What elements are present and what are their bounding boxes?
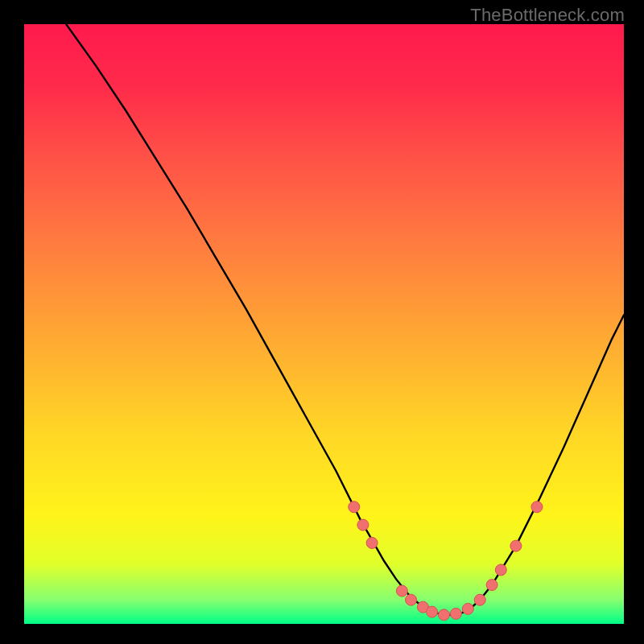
data-marker [427, 606, 438, 617]
data-marker [450, 608, 461, 619]
data-marker [486, 580, 497, 591]
data-marker [396, 585, 407, 597]
data-marker [406, 594, 417, 605]
attribution-text: TheBottleneck.com [470, 5, 625, 26]
data-marker [474, 594, 485, 605]
plot-area [24, 24, 624, 624]
chart-overlay [24, 24, 624, 624]
data-marker [462, 603, 473, 614]
data-marker [357, 519, 369, 530]
data-marker [531, 502, 543, 513]
data-marker [366, 537, 378, 548]
marker-group [349, 502, 543, 621]
curve-line [66, 24, 624, 615]
data-marker [495, 564, 506, 576]
chart-frame: TheBottleneck.com [0, 0, 644, 644]
data-marker [510, 540, 522, 551]
data-marker [349, 502, 360, 513]
data-marker [439, 609, 450, 621]
